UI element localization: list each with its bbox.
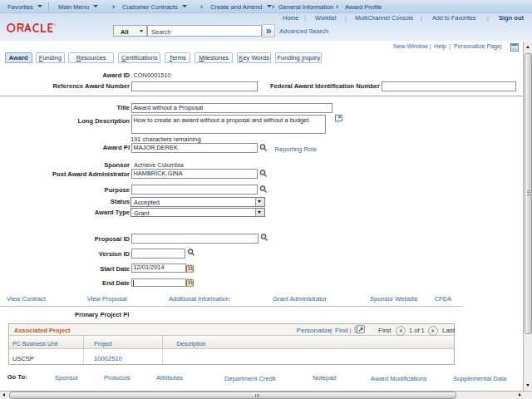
svg-text:31: 31: [188, 266, 193, 271]
svg-text:31: 31: [188, 280, 193, 285]
